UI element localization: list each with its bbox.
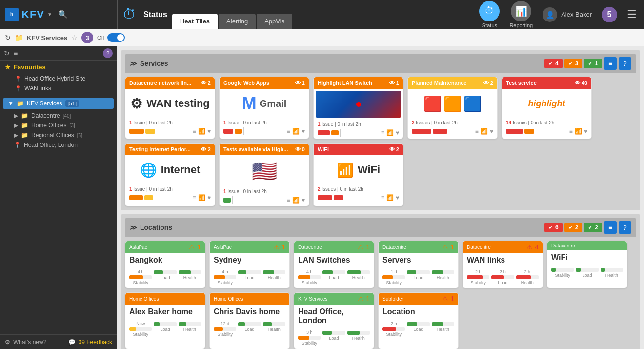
loc-tile-subfolder[interactable]: Subfolder ⚠ 1 Location 2 h Stability — [378, 292, 459, 349]
loc-tile-wan-links[interactable]: Datacentre ⚠ 4 WAN links 2 h Stability — [463, 241, 543, 288]
locations-help-btn[interactable]: ? — [619, 221, 631, 234]
locations-badge-red[interactable]: ✓ 6 — [544, 223, 563, 232]
gmail-M-icon: M — [242, 93, 257, 114]
gmail-logo-area: M Gmail — [242, 93, 287, 114]
sidebar-item-datacentre[interactable]: ▶ 📁 Datacentre [40] — [0, 111, 117, 121]
nav-status[interactable]: ⏱ Status — [479, 1, 500, 28]
wbar1 — [318, 195, 332, 200]
kfv-group-arrow: ▼ — [8, 100, 14, 107]
tile-internet[interactable]: Testing Internet Perfor... 👁 2 🌐 Interne… — [125, 143, 215, 206]
loc-tile-alex-home[interactable]: Home Offices ⚠ 1 Alex Baker home Now Sta… — [125, 292, 205, 349]
sidebar-item-regional[interactable]: ▶ 📁 Regional Offices [5] — [0, 130, 117, 140]
sub-time: 2 h — [382, 320, 405, 327]
loc-wifi-dc-metrics: Stability Load — [547, 264, 627, 281]
pin-icon: 📍 — [15, 76, 21, 82]
tile-wan-testing[interactable]: Datacentre network lin... 👁 2 ⚙ WAN test… — [125, 77, 215, 139]
gmail-m-blue: M — [242, 93, 257, 113]
sidebar-icon2[interactable]: ≡ — [14, 49, 18, 57]
locations-title: ≫ Locations — [130, 224, 172, 231]
logo-dropdown-arrow[interactable]: ▼ — [47, 12, 52, 17]
feedback-btn[interactable]: 💬 09 Feedback — [68, 339, 112, 346]
lan-health-label: Health — [347, 275, 370, 280]
metric-cd-health: Health — [263, 320, 285, 337]
sidebar-help-icon[interactable]: ? — [103, 48, 113, 58]
sidebar-item-home-offices[interactable]: ▶ 📁 Home Offices [3] — [0, 121, 117, 130]
wan-health-label: Health — [516, 280, 539, 285]
services-badge-orange[interactable]: ✓ 3 — [564, 59, 583, 68]
wifi-signal-icon: 📶 — [386, 194, 394, 201]
tile-wifi-body: 📶 WiFi — [314, 155, 403, 185]
kfv-count-badge: [51] — [65, 100, 79, 107]
locations-badge-orange[interactable]: ✓ 2 — [564, 223, 583, 232]
kfv-group-header[interactable]: ▼ 📁 KFV Services [51] — [3, 98, 114, 109]
whats-new-btn[interactable]: ⚙ What's new? — [5, 339, 46, 346]
tile-wifi[interactable]: WiFi 👁 2 📶 WiFi 2 Issues | 0 in last 2h — [313, 143, 403, 206]
s-time: 4 h — [214, 268, 236, 275]
lan-load-container — [322, 270, 345, 274]
tsbar-sep — [536, 127, 536, 135]
tile-planned-maintenance[interactable]: Planned Maintenance 👁 2 🟥 🟧 🟦 2 Issues |… — [407, 77, 498, 139]
sidebar-group-kfv: ▼ 📁 KFV Services [51] — [0, 98, 117, 109]
user-area[interactable]: 👤 Alex Baker — [543, 7, 592, 22]
sub-health-container — [432, 322, 454, 326]
datacentre-count: [40] — [63, 113, 71, 119]
tab-heat-tiles[interactable]: Heat Tiles — [172, 14, 218, 29]
second-bar: ↻ 📁 KFV Services ☆ 3 Off — [0, 29, 644, 46]
locations-collapse-icon[interactable]: ≫ — [130, 224, 137, 231]
wan-load-container — [491, 275, 514, 279]
tile-pm-title: Planned Maintenance — [412, 80, 466, 86]
tile-internet-footer: 1 Issue | 0 in last 2h ≡ 📶 ♥ — [125, 185, 215, 204]
loc-tile-head-office[interactable]: KFV Services ⚠ 1 Head Office, London 3 h… — [294, 292, 374, 349]
loc-tile-wifi-dc[interactable]: Datacentre WiFi Stability — [547, 241, 627, 288]
services-badge-red[interactable]: ✓ 4 — [544, 59, 563, 68]
loc-alex-warning: ⚠ 1 — [189, 295, 201, 303]
refresh-icon[interactable]: ↻ — [5, 34, 11, 41]
metric-ho-stab: 3 h Stability — [298, 329, 321, 346]
hamburger-menu-icon[interactable]: ☰ — [627, 8, 637, 21]
tab-alerting[interactable]: Alerting — [219, 14, 256, 29]
loc-tile-servers[interactable]: Datacentre ⚠ 1 Servers 1 d Stability — [378, 241, 459, 288]
sidebar-item-wan[interactable]: 📍 WAN links — [5, 83, 112, 93]
sidebar-item-head-office[interactable]: 📍 Head Office Hybrid Site — [5, 74, 112, 83]
services-help-btn[interactable]: ? — [619, 57, 631, 70]
tile-lan-switch[interactable]: Highlight LAN Switch 👁 1 1 Issue | 0 in … — [313, 77, 403, 139]
tile-gmail[interactable]: Google Web Apps 👁 1 M Gmail 1 Issue | 0 … — [219, 77, 309, 139]
loc-sydney-name: Sydney — [210, 253, 289, 267]
sidebar-item-head-office-london[interactable]: 📍 Head Office, London — [0, 140, 117, 150]
breadcrumb-star-icon[interactable]: ☆ — [71, 34, 78, 41]
status-tabs-area: ⏱ Status Heat Tiles Alerting AppVis — [117, 0, 293, 29]
pm-heart-icon: ♥ — [490, 128, 493, 135]
locations-badge-green[interactable]: ✓ 2 — [584, 223, 602, 232]
time-label: 4 h — [129, 268, 152, 275]
services-badge-green[interactable]: ✓ 1 — [584, 59, 602, 68]
status-nav-circle: ⏱ — [479, 1, 500, 21]
tile-us-tests[interactable]: Tests available via High... 👁 0 🇺🇸 1 Iss… — [219, 143, 309, 206]
locations-badges: ✓ 6 ✓ 2 ✓ 2 ≡ ? — [544, 221, 631, 234]
tile-lan-title: Highlight LAN Switch — [318, 80, 372, 86]
kfv-group-label: KFV Services — [27, 100, 62, 107]
locations-list-btn[interactable]: ≡ — [604, 221, 617, 234]
services-list-btn[interactable]: ≡ — [604, 57, 617, 70]
services-collapse-icon[interactable]: ≫ — [130, 60, 137, 67]
status-title: Status — [143, 10, 167, 19]
ab-load-label: Load — [154, 327, 176, 332]
cd-stab-bar — [214, 327, 223, 331]
tab-appvis[interactable]: AppVis — [257, 14, 292, 29]
search-icon[interactable]: 🔍 — [55, 10, 71, 19]
loc-tile-chris-home[interactable]: Home Offices ⚠ 1 Chris Davis home 12 d S… — [209, 292, 290, 349]
ab-load-bar — [154, 322, 160, 326]
us-signal-icon: 📶 — [292, 197, 300, 204]
nav-reporting[interactable]: 📊 Reporting — [509, 1, 533, 28]
sidebar-icon1[interactable]: ↻ — [4, 49, 10, 57]
loc-tile-lan-switches[interactable]: Datacentre ⚠ 1 LAN Switches 4 h Stabilit… — [294, 241, 374, 288]
loc-tile-bangkok[interactable]: AsiaPac ⚠ 1 Bangkok 4 h Stability — [125, 241, 205, 288]
tile-test-service[interactable]: Test service 👁 40 highlight 14 Issues | … — [502, 77, 592, 139]
metric-wan-load: 3 h Load — [491, 268, 514, 285]
notification-badge[interactable]: 5 — [602, 7, 617, 22]
tile-lan-footer: 1 Issue | 0 in last 2h ≡ 📶 ♥ — [314, 120, 403, 139]
toggle-switch[interactable] — [107, 33, 125, 42]
services-badges: ✓ 4 ✓ 3 ✓ 1 ≡ ? — [544, 57, 631, 70]
loc-sub-header: Subfolder ⚠ 1 — [379, 293, 458, 305]
loc-wifi-dc-region: Datacentre — [551, 243, 575, 248]
loc-tile-sydney[interactable]: AsiaPac ⚠ 1 Sydney 4 h Stability — [209, 241, 290, 288]
